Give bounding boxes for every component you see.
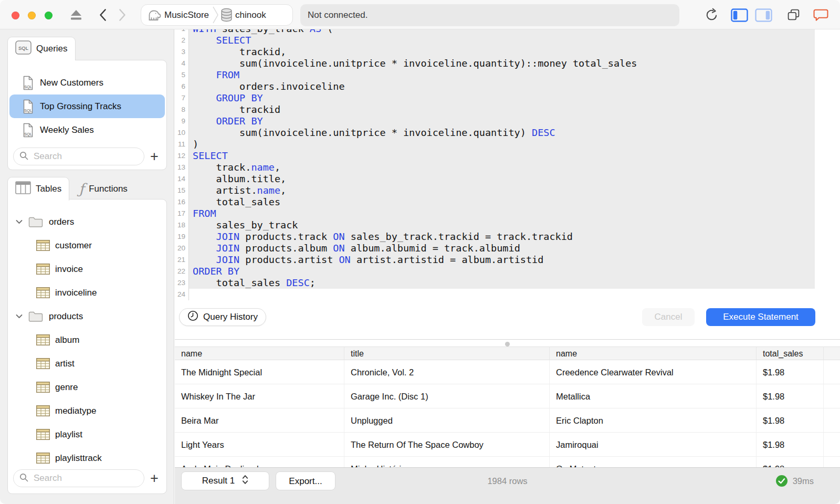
toggle-right-sidebar-icon[interactable]: [755, 8, 772, 22]
results-cell[interactable]: $1.98: [757, 384, 824, 408]
schema-tree-table[interactable]: customer: [8, 234, 166, 257]
results-cell[interactable]: Garage Inc. (Disc 1): [344, 384, 550, 408]
code-line[interactable]: 17FROM: [175, 208, 840, 219]
results-header-cell[interactable]: name: [175, 346, 344, 360]
sql-editor[interactable]: 1WITH sales_by_track AS (2 SELECT3 track…: [175, 29, 840, 339]
results-cell[interactable]: $1.98: [757, 408, 824, 433]
tab-functions[interactable]: ƒ Functions: [69, 177, 137, 201]
cancel-button[interactable]: Cancel: [642, 308, 695, 326]
pane-splitter[interactable]: [175, 339, 840, 346]
schema-tree-table[interactable]: mediatype: [8, 399, 166, 423]
code-line[interactable]: 3 trackid,: [175, 46, 840, 58]
schema-tree-table[interactable]: invoiceline: [8, 281, 166, 304]
results-cell[interactable]: Unplugged: [344, 408, 550, 433]
results-row[interactable]: Light YearsThe Return Of The Space Cowbo…: [175, 433, 840, 457]
back-button[interactable]: [99, 8, 107, 22]
code-line[interactable]: 23 total_sales DESC;: [175, 277, 840, 289]
toggle-left-sidebar-icon[interactable]: [731, 8, 748, 22]
code-area[interactable]: 1WITH sales_by_track AS (2 SELECT3 track…: [175, 29, 840, 300]
code-line[interactable]: 8 trackid: [175, 104, 840, 116]
eject-disconnect-icon[interactable]: [69, 9, 83, 20]
results-cell[interactable]: $1.98: [757, 360, 824, 384]
results-cell[interactable]: Ando Meio Desligado: [175, 457, 344, 467]
code-line[interactable]: 20 JOIN products.album ON album.albumid …: [175, 243, 840, 254]
results-cell[interactable]: The Midnight Special: [175, 360, 344, 384]
tab-queries[interactable]: SQL Queries: [7, 37, 76, 60]
queries-search-field[interactable]: [13, 148, 144, 165]
query-list-item[interactable]: SQLNew Customers: [8, 71, 166, 94]
execute-statement-button[interactable]: Execute Statement: [706, 308, 815, 326]
code-line[interactable]: 18 sales_by_track: [175, 219, 840, 231]
results-cell[interactable]: Jamiroquai: [550, 433, 757, 457]
chevron-down-icon[interactable]: [16, 314, 23, 319]
code-line[interactable]: 19 JOIN products.track ON sales_by_track…: [175, 231, 840, 243]
results-row[interactable]: Beira MarUnpluggedEric Clapton$1.98: [175, 408, 840, 433]
results-header-cell[interactable]: total_sales: [757, 346, 824, 360]
results-row[interactable]: Ando Meio DesligadoMinha HistóriaOs Muta…: [175, 457, 840, 467]
query-list-item[interactable]: SQLTop Grossing Tracks: [9, 94, 165, 118]
results-cell[interactable]: Os Mutantes: [550, 457, 757, 467]
query-history-button[interactable]: Query History: [179, 308, 266, 326]
results-cell[interactable]: Light Years: [175, 433, 344, 457]
code-line[interactable]: 12SELECT: [175, 150, 840, 162]
queries-search-input[interactable]: [33, 151, 138, 162]
minimize-window-button[interactable]: [28, 12, 36, 19]
code-line[interactable]: 6 orders.invoiceline: [175, 81, 840, 92]
results-row[interactable]: Whiskey In The JarGarage Inc. (Disc 1)Me…: [175, 384, 840, 408]
forward-button[interactable]: [119, 8, 127, 22]
results-cell[interactable]: Creedence Clearwater Revival: [550, 360, 757, 384]
tables-search-input[interactable]: [33, 472, 138, 484]
results-cell[interactable]: $1.98: [757, 457, 824, 467]
code-line[interactable]: 9 ORDER BY: [175, 116, 840, 127]
add-table-button[interactable]: +: [146, 470, 162, 486]
splitter-handle[interactable]: [505, 342, 510, 346]
code-line[interactable]: 22ORDER BY: [175, 266, 840, 277]
feedback-chat-icon[interactable]: [813, 8, 828, 22]
results-header-cell[interactable]: title: [344, 346, 550, 360]
schema-tree-table[interactable]: invoice: [8, 257, 166, 281]
results-cell[interactable]: Beira Mar: [175, 408, 344, 433]
zoom-window-button[interactable]: [45, 12, 52, 19]
chevron-down-icon[interactable]: [16, 219, 23, 224]
code-line[interactable]: 11): [175, 139, 840, 150]
code-line[interactable]: 16 total_sales: [175, 196, 840, 208]
code-line[interactable]: 14 album.title,: [175, 173, 840, 185]
elephant-server-icon: [146, 8, 162, 22]
add-query-button[interactable]: +: [146, 149, 162, 164]
schema-tree-table[interactable]: genre: [8, 375, 166, 399]
tables-search-field[interactable]: [13, 469, 144, 487]
refresh-icon[interactable]: [705, 8, 719, 22]
windows-icon[interactable]: [786, 8, 801, 22]
results-cell[interactable]: Metallica: [550, 384, 757, 408]
query-list-item[interactable]: SQLWeekly Sales: [8, 118, 166, 142]
results-cell[interactable]: The Return Of The Space Cowboy: [344, 433, 550, 457]
results-cell[interactable]: Whiskey In The Jar: [175, 384, 344, 408]
code-line[interactable]: 2 SELECT: [175, 35, 840, 46]
schema-tree-folder[interactable]: products: [8, 304, 166, 328]
results-header-cell[interactable]: name: [550, 346, 757, 360]
code-line[interactable]: 13 track.name,: [175, 162, 840, 173]
results-row[interactable]: The Midnight SpecialChronicle, Vol. 2Cre…: [175, 360, 840, 384]
results-cell[interactable]: $1.98: [757, 433, 824, 457]
server-name[interactable]: MusicStore: [164, 10, 209, 20]
code-line[interactable]: 7 GROUP BY: [175, 92, 840, 104]
code-line[interactable]: 24: [175, 289, 840, 300]
schema-tree-table[interactable]: album: [8, 328, 166, 352]
code-line[interactable]: 15 artist.name,: [175, 185, 840, 196]
schema-tree-table[interactable]: artist: [8, 352, 166, 375]
code-line[interactable]: 1WITH sales_by_track AS (: [175, 29, 840, 35]
database-name[interactable]: chinook: [235, 10, 266, 20]
schema-tree-folder[interactable]: orders: [8, 210, 166, 234]
code-line[interactable]: 5 FROM: [175, 69, 840, 81]
tab-tables[interactable]: Tables: [7, 177, 69, 201]
breadcrumb[interactable]: MusicStore chinook: [141, 4, 293, 26]
results-cell[interactable]: Minha História: [344, 457, 550, 467]
schema-tree-table[interactable]: playlisttrack: [8, 446, 166, 470]
close-window-button[interactable]: [12, 12, 19, 19]
code-line[interactable]: 10 sum(invoiceline.unitprice * invoiceli…: [175, 127, 840, 139]
results-cell[interactable]: Eric Clapton: [550, 408, 757, 433]
code-line[interactable]: 21 JOIN products.artist ON artist.artist…: [175, 254, 840, 266]
schema-tree-table[interactable]: playlist: [8, 423, 166, 446]
results-cell[interactable]: Chronicle, Vol. 2: [344, 360, 550, 384]
code-line[interactable]: 4 sum(invoiceline.unitprice * invoicelin…: [175, 58, 840, 69]
